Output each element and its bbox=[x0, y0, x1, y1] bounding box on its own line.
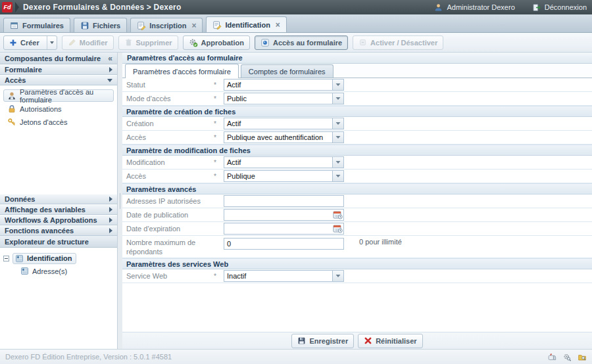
close-icon[interactable]: × bbox=[191, 21, 196, 30]
adresses-ip-input[interactable] bbox=[224, 195, 344, 207]
create-dropdown-arrow[interactable] bbox=[47, 36, 57, 49]
acces-modification-value: Publique bbox=[224, 171, 332, 181]
date-publication-label: Date de publication bbox=[126, 210, 214, 219]
keys-icon bbox=[7, 118, 16, 127]
search-gear-icon[interactable] bbox=[562, 353, 572, 361]
form-section-header: Paramètres avancés bbox=[122, 183, 592, 194]
chevron-right-icon bbox=[109, 228, 112, 233]
statut-value: Actif bbox=[224, 80, 332, 90]
sidebar-item-autorisations[interactable]: Autorisations bbox=[3, 102, 114, 115]
structure-explorer-tree: Identification Adresse(s) bbox=[0, 248, 117, 349]
close-icon[interactable]: × bbox=[276, 20, 280, 30]
collapse-panel-icon[interactable]: « bbox=[108, 54, 112, 63]
chevron-right-icon bbox=[109, 217, 112, 223]
chevron-right-icon bbox=[109, 196, 112, 202]
form-row-acces-creation: Accès*Publique avec authentification bbox=[122, 131, 592, 145]
sidebar-group-fonctions[interactable]: Fonctions avancées bbox=[0, 225, 117, 236]
form-node-icon bbox=[15, 254, 24, 263]
acces-creation-label: Accès bbox=[126, 133, 214, 142]
gear-check-icon bbox=[189, 38, 198, 47]
acces-creation-select[interactable]: Publique avec authentification bbox=[224, 131, 344, 143]
tab-formulaires[interactable]: Formulaires bbox=[3, 18, 70, 32]
chevron-down-icon[interactable] bbox=[332, 132, 343, 143]
app-title: Dexero Formulaires & Données > Dexero bbox=[23, 3, 182, 12]
sidebar-group-acces[interactable]: Accès bbox=[0, 75, 117, 85]
calendar-icon[interactable] bbox=[333, 210, 343, 219]
form-access-button[interactable]: Accès au formulaire bbox=[255, 35, 348, 50]
creation-select[interactable]: Actif bbox=[224, 118, 344, 129]
toggle-active-button: Activer / Désactiver bbox=[353, 35, 443, 50]
structure-explorer-title: Explorateur de structure bbox=[0, 236, 117, 248]
sidebar-title: Composantes du formulaire « bbox=[0, 53, 117, 64]
calendar-icon[interactable] bbox=[333, 224, 343, 233]
sidebar-group-affichage[interactable]: Affichage des variables bbox=[0, 204, 117, 215]
date-publication-input[interactable] bbox=[224, 209, 344, 221]
chevron-right-icon bbox=[109, 207, 112, 212]
main-panel: Paramètres d'accès au formulaire Paramèt… bbox=[122, 53, 592, 349]
lock-icon bbox=[7, 104, 16, 114]
chevron-down-icon[interactable] bbox=[332, 271, 343, 281]
service-web-label: Service Web bbox=[126, 271, 214, 281]
tab-comptes-de-formulaires[interactable]: Comptes de formulaires bbox=[241, 64, 333, 78]
creation-value: Actif bbox=[224, 118, 332, 129]
chevron-down-icon[interactable] bbox=[332, 171, 343, 181]
logout-button[interactable]: Déconnexion bbox=[545, 3, 587, 11]
acces-creation-value: Publique avec authentification bbox=[224, 132, 332, 143]
forms-icon bbox=[10, 21, 19, 30]
date-expiration-input[interactable] bbox=[224, 223, 344, 235]
form-row-creation: Création*Actif bbox=[122, 117, 592, 131]
sidebar-group-formulaire[interactable]: Formulaire bbox=[0, 64, 117, 75]
statut-select[interactable]: Actif bbox=[224, 79, 344, 91]
tab-inscription[interactable]: Inscription × bbox=[130, 18, 203, 32]
chevron-down-icon[interactable] bbox=[332, 80, 343, 90]
mode-acces-select[interactable]: Public bbox=[224, 93, 344, 104]
create-button[interactable]: Créer bbox=[3, 35, 57, 50]
sidebar-group-workflows[interactable]: Workflows & Approbations bbox=[0, 215, 117, 225]
panel-splitter[interactable] bbox=[118, 53, 122, 349]
required-indicator: * bbox=[214, 173, 224, 180]
form-row-modification: Modification*Actif bbox=[122, 156, 592, 170]
form-area: Statut*ActifMode d'accès*PublicParamètre… bbox=[122, 78, 592, 332]
acces-modification-select[interactable]: Publique bbox=[224, 170, 344, 182]
tab-fichiers[interactable]: Fichiers bbox=[74, 18, 127, 32]
chevron-down-icon[interactable] bbox=[332, 157, 343, 168]
sidebar-group-donnees[interactable]: Données bbox=[0, 194, 117, 204]
service-web-value: Inactif bbox=[224, 271, 332, 281]
form-row-acces-modification: Accès*Publique bbox=[122, 170, 592, 183]
nombre-max-repondants-input[interactable] bbox=[224, 238, 344, 250]
inner-tab-bar: Paramètres d'accès formulaire Comptes de… bbox=[122, 64, 592, 78]
tree-node-identification[interactable]: Identification bbox=[12, 253, 76, 264]
reset-button[interactable]: Réinitialiser bbox=[358, 334, 422, 348]
modification-select[interactable]: Actif bbox=[224, 156, 344, 168]
sidebar-item-parametres-acces[interactable]: Paramètres d'accès au formulaire bbox=[3, 89, 114, 102]
version-text: Dexero FD Édition Entreprise, Version : … bbox=[5, 353, 172, 361]
chevron-down-icon[interactable] bbox=[332, 118, 343, 129]
save-icon bbox=[297, 336, 306, 345]
approval-button[interactable]: Approbation bbox=[183, 35, 250, 50]
tab-identification[interactable]: Identification × bbox=[206, 16, 286, 32]
nombre-max-repondants-label: Nombre maximum de répondants bbox=[126, 238, 214, 256]
save-button[interactable]: Enregistrer bbox=[291, 334, 354, 348]
form-row-nombre-max-repondants: Nombre maximum de répondants0 pour illim… bbox=[122, 236, 592, 258]
tree-node-adresses[interactable]: Adresse(s) bbox=[20, 267, 114, 275]
form-row-adresses-ip: Adresses IP autorisées bbox=[122, 194, 592, 208]
logout-icon bbox=[532, 3, 541, 12]
folder-search-icon[interactable] bbox=[578, 353, 587, 361]
tab-parametres-acces-formulaire[interactable]: Paramètres d'accès formulaire bbox=[125, 64, 239, 78]
delete-button: Supprimer bbox=[118, 35, 178, 50]
sidebar-acces-content: Paramètres d'accès au formulaire Autoris… bbox=[0, 85, 117, 194]
header-separator-icon bbox=[15, 2, 19, 12]
user-icon bbox=[434, 3, 443, 12]
form-pencil-icon bbox=[137, 21, 146, 30]
statut-label: Statut bbox=[126, 80, 214, 89]
service-web-select[interactable]: Inactif bbox=[224, 270, 344, 282]
chevron-down-icon[interactable] bbox=[332, 93, 343, 104]
edit-button: Modifier bbox=[62, 35, 114, 50]
form-row-mode-acces: Mode d'accès*Public bbox=[122, 92, 592, 106]
files-icon bbox=[80, 21, 89, 30]
tree-collapse-icon[interactable] bbox=[3, 256, 9, 262]
red-x-icon bbox=[364, 336, 372, 345]
sidebar-item-jetons[interactable]: Jetons d'accès bbox=[3, 116, 114, 128]
brand-logo: Fd bbox=[2, 2, 12, 12]
mailbox-icon[interactable] bbox=[547, 353, 556, 361]
